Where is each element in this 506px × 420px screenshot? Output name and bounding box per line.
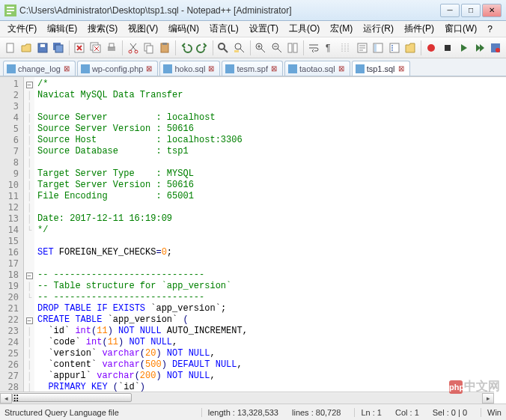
func-list-button[interactable] (387, 40, 401, 56)
folder-view-button[interactable] (403, 40, 417, 56)
status-encoding: Win (481, 408, 502, 417)
horizontal-scrollbar[interactable]: ◂ ⠿ ▸ (0, 392, 494, 404)
menu-encoding[interactable]: 编码(N) (164, 21, 204, 37)
window-controls: ─ □ ✕ (440, 4, 502, 17)
code-line[interactable]: SET FOREIGN_KEY_CHECKS=0; (37, 247, 506, 258)
code-line[interactable]: `version` varchar(20) NOT NULL, (37, 348, 506, 359)
undo-button[interactable] (179, 40, 193, 56)
code-line[interactable] (37, 101, 506, 112)
fold-column[interactable]: −││││││││││││└ −│└ −││││││└ −│└ (24, 77, 34, 404)
scroll-right-arrow[interactable]: ▸ (482, 393, 494, 404)
menu-language[interactable]: 语言(L) (205, 21, 243, 37)
code-line[interactable] (37, 236, 506, 247)
menu-edit[interactable]: 编辑(E) (43, 21, 82, 37)
menu-search[interactable]: 搜索(S) (83, 21, 122, 37)
scroll-track[interactable]: ⠿ (12, 393, 482, 404)
code-line[interactable]: -- Table structure for `app_version` (37, 281, 506, 292)
play-multi-button[interactable] (472, 40, 487, 56)
code-line[interactable] (37, 157, 506, 168)
tab-close-icon[interactable]: ⊠ (270, 65, 278, 73)
code-line[interactable]: Date: 2017-12-11 16:19:09 (37, 213, 506, 225)
code-line[interactable]: -- ---------------------------- (37, 292, 506, 303)
tab-close-icon[interactable]: ⊠ (397, 65, 405, 73)
stop-macro-button[interactable] (440, 40, 454, 56)
tab-close-icon[interactable]: ⊠ (63, 65, 70, 73)
open-file-button[interactable] (19, 40, 33, 56)
menu-macro[interactable]: 宏(M) (326, 21, 357, 37)
code-line[interactable]: `content` varchar(500) DEFAULT NULL, (37, 359, 506, 371)
fold-marker[interactable]: − (24, 270, 34, 281)
menu-file[interactable]: 文件(F) (3, 21, 41, 37)
line-number: 12 (1, 202, 19, 213)
code-line[interactable]: `code` int(11) NOT NULL, (37, 337, 506, 348)
fold-marker[interactable]: − (24, 314, 34, 326)
zoom-out-button[interactable] (269, 40, 284, 56)
code-line[interactable]: Navicat MySQL Data Transfer (37, 90, 506, 101)
code-line[interactable] (37, 202, 506, 213)
code-content[interactable]: /*Navicat MySQL Data TransferSource Serv… (34, 77, 506, 404)
tab-wp-config-php[interactable]: wp-config.php⊠ (77, 61, 159, 76)
save-button[interactable] (35, 40, 49, 56)
tab-taotao-sql[interactable]: taotao.sql⊠ (284, 61, 350, 76)
code-line[interactable]: /* (37, 79, 506, 90)
tab-tsp1-sql[interactable]: tsp1.sql⊠ (352, 61, 410, 76)
new-file-button[interactable] (3, 40, 17, 56)
scroll-thumb[interactable]: ⠿ (12, 393, 132, 402)
code-line[interactable]: -- ---------------------------- (37, 270, 506, 281)
save-all-button[interactable] (51, 40, 65, 56)
show-all-chars-button[interactable]: ¶ (323, 40, 337, 56)
close-all-button[interactable] (88, 40, 103, 56)
code-line[interactable]: Target Server Type : MYSQL (37, 168, 506, 180)
print-button[interactable] (105, 40, 119, 56)
code-line[interactable]: DROP TABLE IF EXISTS `app_version`; (37, 303, 506, 314)
fold-marker: │ (24, 180, 34, 191)
menu-view[interactable]: 视图(V) (124, 21, 162, 37)
paste-button[interactable] (158, 40, 172, 56)
fold-marker[interactable]: − (24, 79, 34, 90)
code-line[interactable]: Source Server Version : 50616 (37, 124, 506, 135)
menu-window[interactable]: 窗口(W) (440, 21, 481, 37)
menu-run[interactable]: 运行(R) (359, 21, 398, 37)
code-line[interactable]: File Encoding : 65001 (37, 191, 506, 202)
replace-button[interactable] (232, 40, 246, 56)
tab-tesm-spf[interactable]: tesm.spf⊠ (222, 61, 283, 76)
tab-close-icon[interactable]: ⊠ (145, 65, 153, 73)
scroll-left-arrow[interactable]: ◂ (0, 393, 12, 404)
zoom-in-button[interactable] (254, 40, 268, 56)
user-lang-button[interactable] (355, 40, 369, 56)
sync-scroll-button[interactable] (285, 40, 299, 56)
doc-map-button[interactable] (371, 40, 385, 56)
save-macro-button[interactable] (488, 40, 502, 56)
close-file-button[interactable] (73, 40, 87, 56)
code-line[interactable]: CREATE TABLE `app_version` ( (37, 314, 506, 326)
code-line[interactable]: */ (37, 225, 506, 236)
play-macro-button[interactable] (457, 40, 471, 56)
tab-change-log[interactable]: change_log⊠ (3, 61, 76, 76)
redo-button[interactable] (195, 40, 209, 56)
status-col: Col : 1 (395, 408, 419, 417)
code-line[interactable]: Target Server Version : 50616 (37, 180, 506, 191)
menu-tools[interactable]: 工具(O) (284, 21, 324, 37)
wordwrap-button[interactable] (307, 40, 321, 56)
menu-plugins[interactable]: 插件(P) (400, 21, 439, 37)
code-line[interactable]: `id` int(11) NOT NULL AUTO_INCREMENT, (37, 326, 506, 337)
tab-close-icon[interactable]: ⊠ (338, 65, 345, 73)
indent-guide-button[interactable] (339, 40, 353, 56)
cut-button[interactable] (126, 40, 140, 56)
tab-hoko-sql[interactable]: hoko.sql⊠ (159, 61, 220, 76)
maximize-button[interactable]: □ (461, 4, 481, 17)
close-button[interactable]: ✕ (482, 4, 502, 17)
menu-help[interactable]: ? (483, 22, 497, 36)
code-line[interactable]: Source Database : tsp1 (37, 146, 506, 157)
minimize-button[interactable]: ─ (440, 4, 460, 17)
menu-settings[interactable]: 设置(T) (245, 21, 283, 37)
copy-button[interactable] (141, 40, 156, 56)
code-line[interactable]: Source Host : localhost:3306 (37, 135, 506, 146)
tab-close-icon[interactable]: ⊠ (207, 65, 215, 73)
file-icon (288, 64, 297, 73)
code-line[interactable]: `appurl` varchar(200) NOT NULL, (37, 371, 506, 382)
record-macro-button[interactable] (424, 40, 439, 56)
code-line[interactable]: Source Server : localhost (37, 112, 506, 124)
code-line[interactable] (37, 258, 506, 270)
find-button[interactable] (216, 40, 231, 56)
